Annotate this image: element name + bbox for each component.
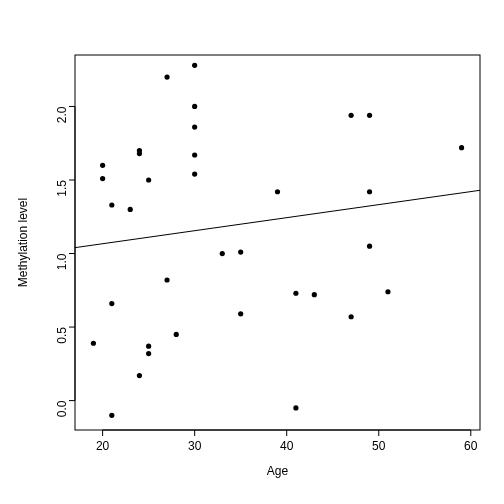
y-axis-label: Methylation level	[16, 198, 30, 287]
data-point	[128, 207, 133, 212]
data-point	[109, 301, 114, 306]
regression-line	[75, 190, 480, 247]
data-point	[164, 277, 169, 282]
data-point	[100, 163, 105, 168]
data-point	[367, 113, 372, 118]
data-point	[293, 291, 298, 296]
x-tick-label: 50	[372, 439, 386, 453]
data-point	[349, 314, 354, 319]
x-tick-label: 40	[280, 439, 294, 453]
data-point	[192, 104, 197, 109]
scatter-chart: 20304050600.00.51.01.52.0AgeMethylation …	[0, 0, 504, 504]
data-point	[385, 289, 390, 294]
y-tick-label: 1.5	[55, 180, 69, 197]
data-point	[91, 341, 96, 346]
data-point	[192, 63, 197, 68]
data-point	[220, 251, 225, 256]
data-point	[146, 177, 151, 182]
y-tick-label: 2.0	[55, 106, 69, 123]
x-tick-label: 60	[464, 439, 478, 453]
data-point	[312, 292, 317, 297]
data-point	[238, 249, 243, 254]
data-point	[164, 74, 169, 79]
data-point	[137, 373, 142, 378]
x-axis-label: Age	[267, 464, 289, 478]
data-point	[367, 189, 372, 194]
data-point	[192, 124, 197, 129]
data-point	[349, 113, 354, 118]
y-tick-label: 0.0	[55, 400, 69, 417]
data-point	[100, 176, 105, 181]
data-point	[137, 148, 142, 153]
data-point	[275, 189, 280, 194]
chart-svg: 20304050600.00.51.01.52.0AgeMethylation …	[0, 0, 504, 504]
data-point	[174, 332, 179, 337]
data-point	[192, 152, 197, 157]
data-point	[238, 311, 243, 316]
data-point	[146, 344, 151, 349]
x-tick-label: 20	[96, 439, 110, 453]
data-point	[459, 145, 464, 150]
data-point	[293, 405, 298, 410]
x-tick-label: 30	[188, 439, 202, 453]
data-point	[146, 351, 151, 356]
data-point	[109, 413, 114, 418]
data-point	[109, 202, 114, 207]
data-point	[192, 172, 197, 177]
data-point	[367, 244, 372, 249]
y-tick-label: 1.0	[55, 253, 69, 270]
plot-area	[75, 55, 480, 430]
y-tick-label: 0.5	[55, 327, 69, 344]
